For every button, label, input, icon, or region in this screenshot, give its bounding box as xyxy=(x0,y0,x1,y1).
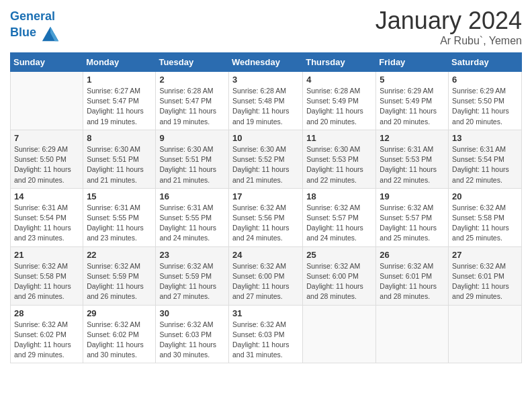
day-info: Sunrise: 6:32 AM Sunset: 6:03 PM Dayligh… xyxy=(232,320,299,361)
day-cell: 27Sunrise: 6:32 AM Sunset: 6:01 PM Dayli… xyxy=(449,246,522,305)
day-info: Sunrise: 6:30 AM Sunset: 5:53 PM Dayligh… xyxy=(306,144,372,185)
day-info: Sunrise: 6:30 AM Sunset: 5:52 PM Dayligh… xyxy=(232,144,299,185)
day-number: 14 xyxy=(14,191,79,201)
day-cell: 1Sunrise: 6:27 AM Sunset: 5:47 PM Daylig… xyxy=(83,72,156,130)
day-cell xyxy=(376,305,449,363)
day-info: Sunrise: 6:32 AM Sunset: 5:59 PM Dayligh… xyxy=(159,261,225,302)
logo-blue: Blue xyxy=(10,26,36,39)
day-cell: 30Sunrise: 6:32 AM Sunset: 6:03 PM Dayli… xyxy=(156,305,229,363)
day-number: 3 xyxy=(232,75,299,85)
day-cell: 20Sunrise: 6:32 AM Sunset: 5:58 PM Dayli… xyxy=(449,188,522,246)
day-cell: 12Sunrise: 6:31 AM Sunset: 5:53 PM Dayli… xyxy=(376,130,449,188)
day-cell: 3Sunrise: 6:28 AM Sunset: 5:48 PM Daylig… xyxy=(228,72,302,130)
day-cell: 14Sunrise: 6:31 AM Sunset: 5:54 PM Dayli… xyxy=(11,188,83,246)
day-cell: 11Sunrise: 6:30 AM Sunset: 5:53 PM Dayli… xyxy=(303,130,376,188)
day-cell: 10Sunrise: 6:30 AM Sunset: 5:52 PM Dayli… xyxy=(228,130,302,188)
day-info: Sunrise: 6:29 AM Sunset: 5:50 PM Dayligh… xyxy=(452,86,518,127)
day-cell: 15Sunrise: 6:31 AM Sunset: 5:55 PM Dayli… xyxy=(83,188,156,246)
calendar-table: SundayMondayTuesdayWednesdayThursdayFrid… xyxy=(10,52,522,363)
day-number: 16 xyxy=(159,191,225,201)
week-row-2: 7Sunrise: 6:29 AM Sunset: 5:50 PM Daylig… xyxy=(11,130,522,188)
header-wednesday: Wednesday xyxy=(228,53,302,72)
month-title: January 2024 xyxy=(375,7,522,35)
logo-general: General xyxy=(10,9,55,23)
day-info: Sunrise: 6:32 AM Sunset: 6:00 PM Dayligh… xyxy=(306,261,372,302)
day-number: 8 xyxy=(87,133,152,143)
day-info: Sunrise: 6:32 AM Sunset: 6:02 PM Dayligh… xyxy=(14,320,79,361)
day-cell: 29Sunrise: 6:32 AM Sunset: 6:02 PM Dayli… xyxy=(83,305,156,363)
logo-icon xyxy=(41,24,60,42)
week-row-1: 1Sunrise: 6:27 AM Sunset: 5:47 PM Daylig… xyxy=(11,72,522,130)
week-row-3: 14Sunrise: 6:31 AM Sunset: 5:54 PM Dayli… xyxy=(11,188,522,246)
day-number: 17 xyxy=(232,191,299,201)
day-cell: 13Sunrise: 6:31 AM Sunset: 5:54 PM Dayli… xyxy=(449,130,522,188)
day-cell: 5Sunrise: 6:29 AM Sunset: 5:49 PM Daylig… xyxy=(376,72,449,130)
day-info: Sunrise: 6:32 AM Sunset: 5:58 PM Dayligh… xyxy=(14,261,79,302)
day-cell: 17Sunrise: 6:32 AM Sunset: 5:56 PM Dayli… xyxy=(228,188,302,246)
logo: General Blue xyxy=(10,10,60,42)
day-cell: 24Sunrise: 6:32 AM Sunset: 6:00 PM Dayli… xyxy=(228,246,302,305)
day-cell: 7Sunrise: 6:29 AM Sunset: 5:50 PM Daylig… xyxy=(11,130,83,188)
day-cell xyxy=(303,305,376,363)
header-thursday: Thursday xyxy=(303,53,376,72)
day-cell: 21Sunrise: 6:32 AM Sunset: 5:58 PM Dayli… xyxy=(11,246,83,305)
day-cell: 9Sunrise: 6:30 AM Sunset: 5:51 PM Daylig… xyxy=(156,130,229,188)
day-info: Sunrise: 6:31 AM Sunset: 5:55 PM Dayligh… xyxy=(87,203,152,244)
day-cell: 4Sunrise: 6:28 AM Sunset: 5:49 PM Daylig… xyxy=(303,72,376,130)
day-number: 24 xyxy=(232,250,299,260)
header-saturday: Saturday xyxy=(449,53,522,72)
day-info: Sunrise: 6:28 AM Sunset: 5:47 PM Dayligh… xyxy=(159,86,225,127)
day-info: Sunrise: 6:32 AM Sunset: 5:58 PM Dayligh… xyxy=(452,203,518,244)
day-number: 29 xyxy=(87,308,152,318)
day-number: 27 xyxy=(452,250,518,260)
day-number: 12 xyxy=(380,133,445,143)
day-number: 2 xyxy=(159,75,225,85)
day-number: 13 xyxy=(452,133,518,143)
header-sunday: Sunday xyxy=(11,53,83,72)
day-cell: 8Sunrise: 6:30 AM Sunset: 5:51 PM Daylig… xyxy=(83,130,156,188)
day-number: 30 xyxy=(159,308,225,318)
day-info: Sunrise: 6:29 AM Sunset: 5:50 PM Dayligh… xyxy=(14,144,79,185)
day-number: 25 xyxy=(306,250,372,260)
day-cell: 18Sunrise: 6:32 AM Sunset: 5:57 PM Dayli… xyxy=(303,188,376,246)
day-info: Sunrise: 6:27 AM Sunset: 5:47 PM Dayligh… xyxy=(87,86,152,127)
day-cell: 16Sunrise: 6:31 AM Sunset: 5:55 PM Dayli… xyxy=(156,188,229,246)
day-info: Sunrise: 6:32 AM Sunset: 6:01 PM Dayligh… xyxy=(380,261,445,302)
day-number: 9 xyxy=(159,133,225,143)
day-number: 11 xyxy=(306,133,372,143)
day-info: Sunrise: 6:32 AM Sunset: 6:00 PM Dayligh… xyxy=(232,261,299,302)
day-number: 5 xyxy=(380,75,445,85)
day-cell xyxy=(449,305,522,363)
day-number: 26 xyxy=(380,250,445,260)
day-info: Sunrise: 6:30 AM Sunset: 5:51 PM Dayligh… xyxy=(159,144,225,185)
day-number: 15 xyxy=(87,191,152,201)
header-friday: Friday xyxy=(376,53,449,72)
day-number: 20 xyxy=(452,191,518,201)
day-number: 23 xyxy=(159,250,225,260)
day-info: Sunrise: 6:28 AM Sunset: 5:48 PM Dayligh… xyxy=(232,86,299,127)
title-area: January 2024 Ar Rubu`, Yemen xyxy=(375,7,522,47)
day-number: 6 xyxy=(452,75,518,85)
day-info: Sunrise: 6:32 AM Sunset: 6:02 PM Dayligh… xyxy=(87,320,152,361)
day-number: 10 xyxy=(232,133,299,143)
day-info: Sunrise: 6:31 AM Sunset: 5:53 PM Dayligh… xyxy=(380,144,445,185)
day-number: 21 xyxy=(14,250,79,260)
location-subtitle: Ar Rubu`, Yemen xyxy=(375,35,522,47)
day-info: Sunrise: 6:31 AM Sunset: 5:54 PM Dayligh… xyxy=(452,144,518,185)
day-cell: 22Sunrise: 6:32 AM Sunset: 5:59 PM Dayli… xyxy=(83,246,156,305)
day-cell: 6Sunrise: 6:29 AM Sunset: 5:50 PM Daylig… xyxy=(449,72,522,130)
day-cell: 26Sunrise: 6:32 AM Sunset: 6:01 PM Dayli… xyxy=(376,246,449,305)
day-number: 22 xyxy=(87,250,152,260)
day-info: Sunrise: 6:28 AM Sunset: 5:49 PM Dayligh… xyxy=(306,86,372,127)
day-cell: 23Sunrise: 6:32 AM Sunset: 5:59 PM Dayli… xyxy=(156,246,229,305)
day-cell xyxy=(11,72,83,130)
day-info: Sunrise: 6:32 AM Sunset: 5:59 PM Dayligh… xyxy=(87,261,152,302)
day-info: Sunrise: 6:32 AM Sunset: 6:03 PM Dayligh… xyxy=(159,320,225,361)
day-info: Sunrise: 6:32 AM Sunset: 5:57 PM Dayligh… xyxy=(380,203,445,244)
day-number: 4 xyxy=(306,75,372,85)
day-cell: 2Sunrise: 6:28 AM Sunset: 5:47 PM Daylig… xyxy=(156,72,229,130)
day-info: Sunrise: 6:29 AM Sunset: 5:49 PM Dayligh… xyxy=(380,86,445,127)
week-row-5: 28Sunrise: 6:32 AM Sunset: 6:02 PM Dayli… xyxy=(11,305,522,363)
day-cell: 19Sunrise: 6:32 AM Sunset: 5:57 PM Dayli… xyxy=(376,188,449,246)
day-number: 19 xyxy=(380,191,445,201)
